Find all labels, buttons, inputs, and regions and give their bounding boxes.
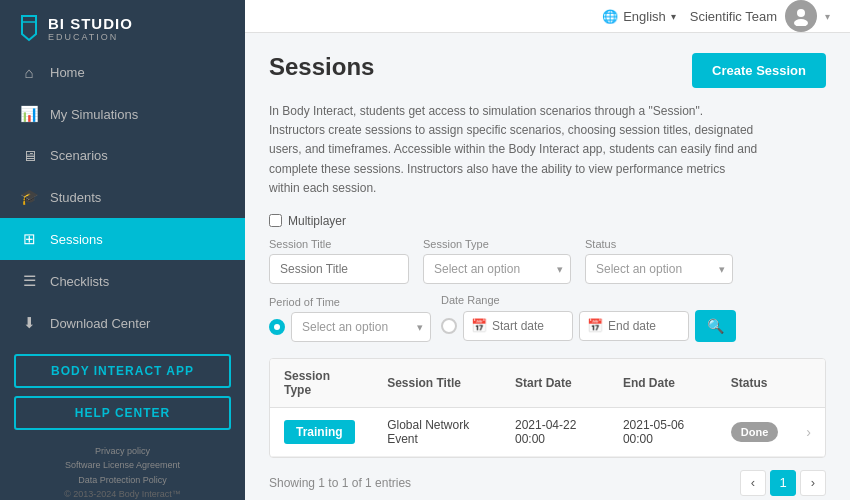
date-range-radio[interactable] <box>441 318 457 334</box>
logo-name-bottom: EDUCATION <box>48 32 133 42</box>
page-title: Sessions <box>269 53 374 81</box>
page-description: In Body Interact, students get access to… <box>269 102 759 198</box>
multiplayer-label: Multiplayer <box>288 214 346 228</box>
row-arrow[interactable]: › <box>792 407 825 456</box>
sidebar-item-download-label: Download Center <box>50 316 150 331</box>
period-select-wrapper: Select an option <box>291 312 431 342</box>
language-selector[interactable]: 🌐 English ▾ <box>602 9 676 24</box>
filter-row-2: Session Title Session Type Select an opt… <box>269 238 826 284</box>
cell-session-title: Global Network Event <box>373 407 501 456</box>
license-link[interactable]: Software License Agreement <box>8 458 237 472</box>
language-label: English <box>623 9 666 24</box>
top-bar: 🌐 English ▾ Scientific Team ▾ <box>245 0 850 33</box>
sidebar-item-checklists[interactable]: ☰ Checklists <box>0 260 245 302</box>
home-icon: ⌂ <box>20 64 38 81</box>
sidebar: BI STUDIO EDUCATION ⌂ Home 📊 My Simulati… <box>0 0 245 500</box>
prev-page-button[interactable]: ‹ <box>740 470 766 496</box>
period-select[interactable]: Select an option <box>291 312 431 342</box>
sidebar-item-scenarios[interactable]: 🖥 Scenarios <box>0 135 245 176</box>
page-header: Sessions Create Session <box>269 53 826 88</box>
sidebar-item-sessions-label: Sessions <box>50 232 103 247</box>
help-center-button[interactable]: HELP CENTER <box>14 396 231 430</box>
multiplayer-checkbox-label[interactable]: Multiplayer <box>269 214 346 228</box>
globe-icon: 🌐 <box>602 9 618 24</box>
checklists-icon: ☰ <box>20 272 38 290</box>
sidebar-item-download-center[interactable]: ⬇ Download Center <box>0 302 245 344</box>
sidebar-item-students[interactable]: 🎓 Students <box>0 176 245 218</box>
sidebar-item-home[interactable]: ⌂ Home <box>0 52 245 93</box>
status-filter: Status Select an option <box>585 238 733 284</box>
page-body: Sessions Create Session In Body Interact… <box>245 33 850 500</box>
col-start-date: Start Date <box>501 359 609 408</box>
start-date-input[interactable] <box>463 311 573 341</box>
date-range-label: Date Range <box>441 294 736 306</box>
cell-session-type: Training <box>270 407 373 456</box>
pagination-controls: ‹ 1 › <box>740 470 826 496</box>
team-name: Scientific Team <box>690 9 777 24</box>
pagination-bar: Showing 1 to 1 of 1 entries ‹ 1 › <box>269 470 826 496</box>
simulations-icon: 📊 <box>20 105 38 123</box>
sidebar-footer: Privacy policy Software License Agreemen… <box>0 436 245 500</box>
lang-chevron-icon: ▾ <box>671 11 676 22</box>
main-content: 🌐 English ▾ Scientific Team ▾ Sessions C… <box>245 0 850 500</box>
page-1-button[interactable]: 1 <box>770 470 796 496</box>
end-date-input[interactable] <box>579 311 689 341</box>
svg-point-0 <box>797 9 805 17</box>
create-session-button[interactable]: Create Session <box>692 53 826 88</box>
svg-point-1 <box>794 19 808 26</box>
col-end-date: End Date <box>609 359 717 408</box>
logo-icon <box>18 14 40 42</box>
body-interact-app-button[interactable]: BODY INTERACT APP <box>14 354 231 388</box>
sidebar-action-buttons: BODY INTERACT APP HELP CENTER <box>0 344 245 436</box>
status-select[interactable]: Select an option <box>585 254 733 284</box>
logo-name-top: BI STUDIO <box>48 15 133 32</box>
avatar <box>785 0 817 32</box>
period-label: Period of Time <box>269 296 431 308</box>
period-radio-selected[interactable] <box>269 319 285 335</box>
cell-start-date: 2021-04-22 00:00 <box>501 407 609 456</box>
col-action <box>792 359 825 408</box>
sessions-icon: ⊞ <box>20 230 38 248</box>
sidebar-item-simulations-label: My Simulations <box>50 107 138 122</box>
showing-entries-text: Showing 1 to 1 of 1 entries <box>269 476 411 490</box>
user-menu[interactable]: Scientific Team ▾ <box>690 0 830 32</box>
date-range-filter: Date Range 📅 📅 🔍 <box>441 294 736 342</box>
copyright-text: © 2013-2024 Body Interact™ <box>8 487 237 500</box>
session-type-filter: Session Type Select an option <box>423 238 571 284</box>
sidebar-item-students-label: Students <box>50 190 101 205</box>
status-label: Status <box>585 238 733 250</box>
sidebar-item-sessions[interactable]: ⊞ Sessions <box>0 218 245 260</box>
nav-menu: ⌂ Home 📊 My Simulations 🖥 Scenarios 🎓 St… <box>0 52 245 344</box>
privacy-policy-link[interactable]: Privacy policy <box>8 444 237 458</box>
students-icon: 🎓 <box>20 188 38 206</box>
session-type-select-wrapper: Select an option <box>423 254 571 284</box>
table-row[interactable]: Training Global Network Event 2021-04-22… <box>270 407 825 456</box>
col-session-title: Session Title <box>373 359 501 408</box>
session-title-label: Session Title <box>269 238 409 250</box>
next-page-button[interactable]: › <box>800 470 826 496</box>
data-protection-link[interactable]: Data Protection Policy <box>8 473 237 487</box>
cell-status: Done <box>717 407 793 456</box>
sidebar-item-checklists-label: Checklists <box>50 274 109 289</box>
table: Session Type Session Title Start Date En… <box>270 359 825 457</box>
sidebar-item-my-simulations[interactable]: 📊 My Simulations <box>0 93 245 135</box>
cell-end-date: 2021-05-06 00:00 <box>609 407 717 456</box>
session-title-input[interactable] <box>269 254 409 284</box>
download-icon: ⬇ <box>20 314 38 332</box>
logo: BI STUDIO EDUCATION <box>0 0 245 52</box>
session-title-filter: Session Title <box>269 238 409 284</box>
sidebar-item-scenarios-label: Scenarios <box>50 148 108 163</box>
filter-row-3: Period of Time Select an option Date Ran… <box>269 294 826 342</box>
multiplayer-checkbox[interactable] <box>269 214 282 227</box>
session-type-select[interactable]: Select an option <box>423 254 571 284</box>
user-chevron-icon: ▾ <box>825 11 830 22</box>
table-header-row: Session Type Session Title Start Date En… <box>270 359 825 408</box>
scenarios-icon: 🖥 <box>20 147 38 164</box>
col-status: Status <box>717 359 793 408</box>
start-date-wrapper: 📅 <box>463 311 573 341</box>
search-button[interactable]: 🔍 <box>695 310 736 342</box>
end-date-wrapper: 📅 <box>579 311 689 341</box>
sidebar-item-home-label: Home <box>50 65 85 80</box>
session-type-label: Session Type <box>423 238 571 250</box>
col-session-type: Session Type <box>270 359 373 408</box>
